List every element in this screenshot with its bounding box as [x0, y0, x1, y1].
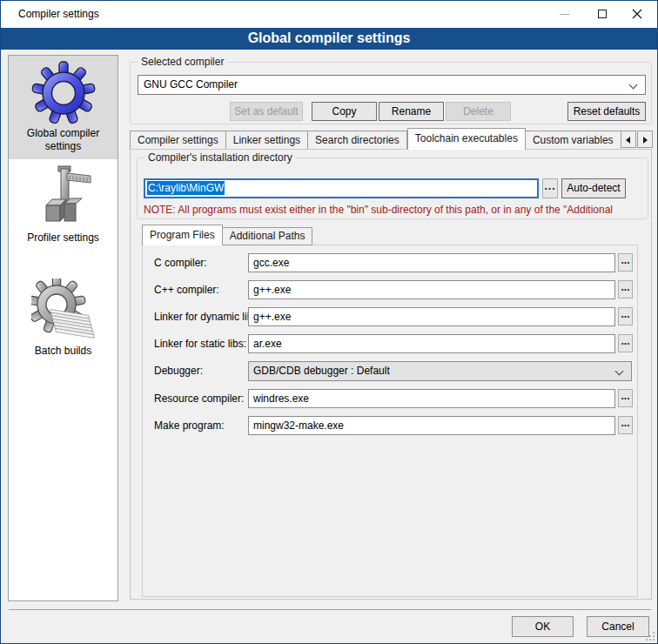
tab-program-files[interactable]: Program Files [142, 225, 223, 245]
program-files-panel: C compiler: gcc.exe ... C++ compiler: g+… [142, 245, 638, 597]
sidebar-item-label: Profiler settings [9, 231, 118, 245]
arrow-left-icon [626, 137, 630, 144]
field-label: Make program: [154, 416, 225, 435]
close-icon [632, 9, 642, 19]
installation-directory-input[interactable]: C:\raylib\MinGW [144, 178, 539, 198]
installation-directory-group: Compiler's installation directory C:\ray… [137, 158, 648, 219]
sidebar-item-label: Global compiler settings [9, 127, 118, 153]
field-label: Linker for static libs: [154, 334, 246, 353]
copy-button[interactable]: Copy [312, 102, 377, 121]
selected-compiler-group: Selected compiler GNU GCC Compiler Set a… [130, 62, 652, 124]
static-linker-input[interactable]: ar.exe [248, 334, 615, 353]
browse-directory-button[interactable]: ... [542, 178, 558, 198]
group-legend: Selected compiler [138, 56, 227, 68]
window-title: Compiler settings [18, 8, 99, 20]
rename-button[interactable]: Rename [379, 102, 444, 121]
settings-category-sidebar: Global compiler settings Profiler settin… [8, 55, 118, 601]
sidebar-item-batch-builds[interactable]: Batch builds [9, 273, 118, 379]
tab-linker-settings[interactable]: Linker settings [226, 131, 308, 150]
field-label: C++ compiler: [154, 280, 219, 299]
minimize-button[interactable] [549, 1, 579, 27]
tab-scroll-right-button[interactable] [637, 131, 653, 148]
make-program-browse-button[interactable]: ... [618, 416, 633, 434]
group-legend: Compiler's installation directory [144, 151, 296, 164]
tab-custom-variables[interactable]: Custom variables [526, 131, 621, 150]
debugger-select[interactable]: GDB/CDB debugger : Default [248, 361, 632, 381]
debugger-select-value: GDB/CDB debugger : Default [253, 365, 390, 377]
minimize-icon [560, 14, 569, 15]
program-files-tab-strip: Program Files Additional Paths [142, 225, 312, 245]
compiler-select[interactable]: GNU GCC Compiler [138, 75, 646, 95]
auto-detect-button[interactable]: Auto-detect [561, 178, 626, 198]
note-text: NOTE: All programs must exist either in … [144, 204, 645, 216]
cancel-button[interactable]: Cancel [587, 616, 649, 637]
tab-additional-paths[interactable]: Additional Paths [223, 227, 313, 245]
field-label: Resource compiler: [154, 389, 244, 408]
selected-path-text: C:\raylib\MinGW [147, 181, 225, 195]
c-compiler-input[interactable]: gcc.exe [248, 253, 615, 272]
close-button[interactable] [622, 1, 652, 27]
arrow-right-icon [643, 137, 648, 144]
chevron-down-icon [629, 81, 638, 90]
blue-gear-icon [31, 61, 96, 125]
resource-compiler-input[interactable]: windres.exe [248, 389, 615, 408]
maximize-icon [598, 10, 607, 18]
tab-toolchain-executables[interactable]: Toolchain executables [407, 128, 526, 150]
gray-gear-stack-icon [31, 278, 96, 343]
delete-button[interactable]: Delete [446, 102, 511, 121]
reset-defaults-button[interactable]: Reset defaults [567, 102, 646, 121]
tab-scroll-left-button[interactable] [621, 131, 636, 148]
dynamic-linker-browse-button[interactable]: ... [618, 307, 633, 325]
field-label: Debugger: [154, 361, 203, 380]
resize-grip[interactable] [646, 632, 655, 641]
compiler-buttons-row: Set as default Copy Rename Delete Reset … [131, 102, 646, 121]
cpp-compiler-browse-button[interactable]: ... [618, 280, 633, 299]
compiler-settings-dialog: Compiler settings Global compiler settin… [0, 0, 658, 644]
static-linker-browse-button[interactable]: ... [618, 334, 633, 352]
maximize-button[interactable] [588, 1, 617, 27]
c-compiler-browse-button[interactable]: ... [618, 253, 633, 272]
set-as-default-button[interactable]: Set as default [230, 102, 303, 121]
make-program-input[interactable]: mingw32-make.exe [248, 416, 615, 435]
cpp-compiler-input[interactable]: g++.exe [248, 280, 615, 299]
sidebar-item-profiler-settings[interactable]: Profiler settings [9, 160, 118, 263]
dialog-banner: Global compiler settings [1, 28, 657, 50]
chevron-down-icon [615, 367, 624, 376]
sidebar-item-global-compiler-settings[interactable]: Global compiler settings [9, 56, 118, 159]
compiler-select-value: GNU GCC Compiler [144, 78, 238, 91]
tab-search-directories[interactable]: Search directories [308, 131, 407, 150]
field-label: Linker for dynamic libs: [154, 307, 261, 326]
dynamic-linker-input[interactable]: g++.exe [248, 307, 615, 326]
tab-compiler-settings[interactable]: Compiler settings [130, 131, 226, 150]
caliper-icon [31, 165, 96, 230]
footer-divider [9, 609, 651, 610]
resource-compiler-browse-button[interactable]: ... [618, 389, 633, 407]
settings-tab-strip: Compiler settings Linker settings Search… [130, 128, 621, 150]
titlebar: Compiler settings [1, 1, 657, 28]
sidebar-item-label: Batch builds [9, 345, 118, 358]
ok-button[interactable]: OK [512, 616, 574, 637]
field-label: C compiler: [154, 253, 207, 272]
